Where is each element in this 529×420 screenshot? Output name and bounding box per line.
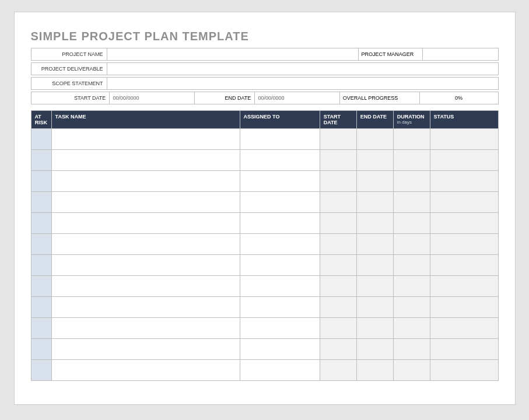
cell-status[interactable] bbox=[430, 297, 498, 318]
cell-at-risk[interactable] bbox=[31, 255, 51, 276]
table-row bbox=[31, 171, 498, 192]
cell-start-date[interactable] bbox=[320, 192, 356, 213]
cell-task-name[interactable] bbox=[51, 318, 240, 339]
cell-duration[interactable] bbox=[393, 339, 430, 360]
cell-end-date[interactable] bbox=[356, 255, 393, 276]
cell-start-date[interactable] bbox=[320, 360, 356, 381]
cell-at-risk[interactable] bbox=[31, 192, 51, 213]
cell-start-date[interactable] bbox=[320, 171, 356, 192]
value-project-name[interactable] bbox=[107, 48, 358, 61]
cell-task-name[interactable] bbox=[51, 129, 240, 150]
cell-task-name[interactable] bbox=[51, 360, 240, 381]
cell-duration[interactable] bbox=[393, 129, 430, 150]
table-row bbox=[31, 339, 498, 360]
cell-status[interactable] bbox=[430, 171, 498, 192]
cell-assigned-to[interactable] bbox=[240, 339, 320, 360]
cell-assigned-to[interactable] bbox=[240, 360, 320, 381]
cell-duration[interactable] bbox=[393, 234, 430, 255]
cell-duration[interactable] bbox=[393, 318, 430, 339]
cell-at-risk[interactable] bbox=[31, 339, 51, 360]
cell-at-risk[interactable] bbox=[31, 318, 51, 339]
cell-status[interactable] bbox=[430, 129, 498, 150]
value-project-deliverable[interactable] bbox=[107, 63, 498, 75]
cell-assigned-to[interactable] bbox=[240, 213, 320, 234]
cell-end-date[interactable] bbox=[356, 339, 393, 360]
cell-end-date[interactable] bbox=[356, 192, 393, 213]
cell-end-date[interactable] bbox=[356, 171, 393, 192]
cell-status[interactable] bbox=[430, 255, 498, 276]
cell-assigned-to[interactable] bbox=[240, 234, 320, 255]
cell-end-date[interactable] bbox=[356, 276, 393, 297]
cell-status[interactable] bbox=[430, 234, 498, 255]
cell-end-date[interactable] bbox=[356, 318, 393, 339]
cell-task-name[interactable] bbox=[51, 234, 240, 255]
cell-status[interactable] bbox=[430, 213, 498, 234]
cell-at-risk[interactable] bbox=[31, 234, 51, 255]
cell-status[interactable] bbox=[430, 339, 498, 360]
cell-start-date[interactable] bbox=[320, 255, 356, 276]
cell-task-name[interactable] bbox=[51, 297, 240, 318]
cell-at-risk[interactable] bbox=[31, 297, 51, 318]
cell-task-name[interactable] bbox=[51, 150, 240, 171]
cell-duration[interactable] bbox=[393, 171, 430, 192]
cell-task-name[interactable] bbox=[51, 276, 240, 297]
cell-assigned-to[interactable] bbox=[240, 276, 320, 297]
cell-start-date[interactable] bbox=[320, 234, 356, 255]
cell-end-date[interactable] bbox=[356, 297, 393, 318]
label-start-date: START DATE bbox=[31, 92, 110, 104]
cell-at-risk[interactable] bbox=[31, 171, 51, 192]
label-project-manager: PROJECT MANAGER bbox=[358, 48, 422, 61]
cell-at-risk[interactable] bbox=[31, 213, 51, 234]
cell-start-date[interactable] bbox=[320, 339, 356, 360]
cell-task-name[interactable] bbox=[51, 213, 240, 234]
cell-start-date[interactable] bbox=[320, 276, 356, 297]
cell-at-risk[interactable] bbox=[31, 276, 51, 297]
cell-status[interactable] bbox=[430, 276, 498, 297]
value-end-date[interactable]: 00/00/0000 bbox=[255, 92, 339, 104]
cell-start-date[interactable] bbox=[320, 129, 356, 150]
cell-duration[interactable] bbox=[393, 213, 430, 234]
cell-end-date[interactable] bbox=[356, 150, 393, 171]
cell-start-date[interactable] bbox=[320, 150, 356, 171]
cell-at-risk[interactable] bbox=[31, 129, 51, 150]
cell-end-date[interactable] bbox=[356, 360, 393, 381]
cell-assigned-to[interactable] bbox=[240, 192, 320, 213]
cell-task-name[interactable] bbox=[51, 339, 240, 360]
cell-assigned-to[interactable] bbox=[240, 297, 320, 318]
cell-status[interactable] bbox=[430, 192, 498, 213]
cell-duration[interactable] bbox=[393, 276, 430, 297]
value-scope-statement[interactable] bbox=[107, 78, 498, 90]
cell-status[interactable] bbox=[430, 318, 498, 339]
cell-task-name[interactable] bbox=[51, 192, 240, 213]
page-title: SIMPLE PROJECT PLAN TEMPLATE bbox=[31, 30, 499, 43]
table-row bbox=[31, 297, 498, 318]
cell-status[interactable] bbox=[430, 150, 498, 171]
cell-assigned-to[interactable] bbox=[240, 255, 320, 276]
cell-end-date[interactable] bbox=[356, 213, 393, 234]
cell-assigned-to[interactable] bbox=[240, 129, 320, 150]
cell-assigned-to[interactable] bbox=[240, 150, 320, 171]
cell-duration[interactable] bbox=[393, 297, 430, 318]
cell-duration[interactable] bbox=[393, 255, 430, 276]
cell-duration[interactable] bbox=[393, 360, 430, 381]
header-task-name: TASK NAME bbox=[51, 111, 240, 129]
table-row bbox=[31, 318, 498, 339]
cell-assigned-to[interactable] bbox=[240, 171, 320, 192]
cell-status[interactable] bbox=[430, 360, 498, 381]
cell-start-date[interactable] bbox=[320, 213, 356, 234]
cell-end-date[interactable] bbox=[356, 129, 393, 150]
cell-assigned-to[interactable] bbox=[240, 318, 320, 339]
cell-start-date[interactable] bbox=[320, 297, 356, 318]
cell-task-name[interactable] bbox=[51, 255, 240, 276]
cell-at-risk[interactable] bbox=[31, 150, 51, 171]
value-project-manager[interactable] bbox=[422, 48, 498, 61]
cell-end-date[interactable] bbox=[356, 234, 393, 255]
cell-start-date[interactable] bbox=[320, 318, 356, 339]
info-row-4: START DATE 00/00/0000 END DATE 00/00/000… bbox=[31, 92, 499, 104]
value-start-date[interactable]: 00/00/0000 bbox=[110, 92, 194, 104]
cell-at-risk[interactable] bbox=[31, 360, 51, 381]
task-header-row: AT RISK TASK NAME ASSIGNED TO START DATE… bbox=[31, 111, 498, 129]
cell-duration[interactable] bbox=[393, 192, 430, 213]
cell-task-name[interactable] bbox=[51, 171, 240, 192]
cell-duration[interactable] bbox=[393, 150, 430, 171]
